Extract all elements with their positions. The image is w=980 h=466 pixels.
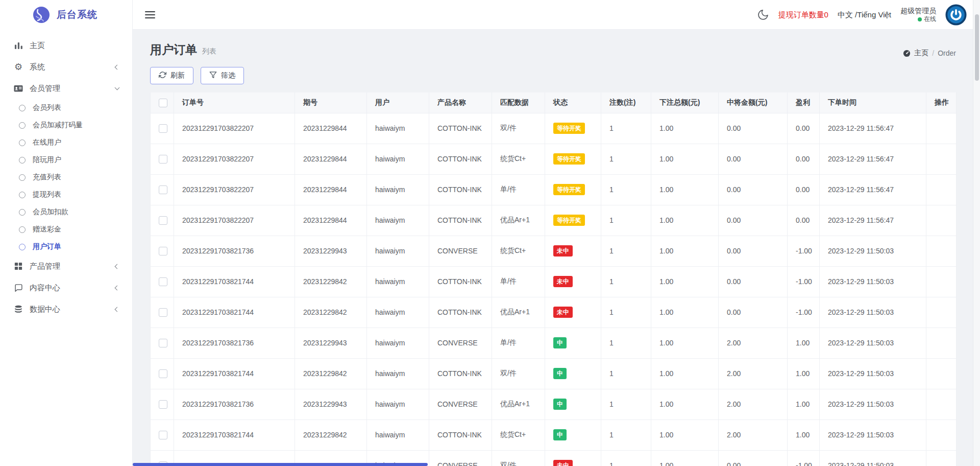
dark-mode-moon-icon[interactable] bbox=[757, 9, 769, 21]
table-cell: 202312291703821744 bbox=[174, 420, 295, 450]
actions-cell bbox=[926, 328, 957, 358]
column-header: 操作 bbox=[926, 92, 957, 113]
table-cell: CONVERSE bbox=[429, 389, 492, 420]
status-badge: 等待开奖 bbox=[553, 184, 585, 195]
page-subtitle: 列表 bbox=[202, 47, 216, 56]
table-cell: 2023-12-29 11:50:03 bbox=[820, 297, 926, 328]
circle-bullet-icon bbox=[19, 122, 26, 129]
row-checkbox[interactable] bbox=[159, 339, 167, 347]
user-info: 超级管理员 在线 bbox=[900, 7, 936, 24]
sidebar-item-用户订单[interactable]: 用户订单 bbox=[0, 238, 132, 255]
table-cell: 2.00 bbox=[719, 328, 788, 358]
actions-cell bbox=[926, 450, 957, 466]
chevron-left-icon bbox=[115, 264, 120, 269]
table-cell: 优品Ar+1 bbox=[492, 205, 545, 236]
status-badge: 等待开奖 bbox=[553, 153, 585, 165]
table-cell: 1 bbox=[601, 389, 651, 420]
circle-bullet-icon bbox=[19, 192, 26, 198]
table-cell: 0.00 bbox=[788, 174, 820, 205]
sidebar-item-会员加扣款[interactable]: 会员加扣款 bbox=[0, 203, 132, 221]
sidebar-item-label: 在线用户 bbox=[33, 138, 61, 147]
vertical-scrollbar-track[interactable] bbox=[973, 0, 980, 466]
row-checkbox[interactable] bbox=[159, 124, 167, 133]
breadcrumb-home[interactable]: 主页 bbox=[914, 49, 928, 58]
sidebar-item-赠送彩金[interactable]: 赠送彩金 bbox=[0, 221, 132, 238]
status-badge: 中 bbox=[553, 399, 567, 410]
table-cell: 2023-12-29 11:56:47 bbox=[820, 144, 926, 174]
table-cell: 1.00 bbox=[651, 144, 719, 174]
table-cell: 202312291703821736 bbox=[174, 236, 295, 266]
row-checkbox[interactable] bbox=[159, 400, 167, 409]
logout-power-button[interactable] bbox=[945, 4, 967, 26]
admin-role-label: 超级管理员 bbox=[900, 7, 936, 16]
sidebar-item-在线用户[interactable]: 在线用户 bbox=[0, 134, 132, 151]
table-cell: 0.00 bbox=[719, 236, 788, 266]
row-checkbox[interactable] bbox=[159, 431, 167, 439]
sidebar-item-系统[interactable]: ⚙系统 bbox=[0, 56, 132, 78]
refresh-button[interactable]: 刷新 bbox=[150, 67, 193, 84]
online-status-dot bbox=[918, 17, 922, 21]
table-cell: 双/件 bbox=[492, 113, 545, 144]
table-cell: 1.00 bbox=[651, 450, 719, 466]
table-cell: 20231229943 bbox=[295, 389, 367, 420]
actions-cell bbox=[926, 389, 957, 420]
vertical-scrollbar-thumb[interactable] bbox=[975, 14, 979, 81]
sidebar-item-充值列表[interactable]: 充值列表 bbox=[0, 169, 132, 186]
row-select-cell bbox=[151, 420, 174, 450]
sidebar-item-数据中心[interactable]: 数据中心 bbox=[0, 298, 132, 320]
row-checkbox[interactable] bbox=[159, 247, 167, 255]
actions-cell bbox=[926, 174, 957, 205]
table-cell: 20231229844 bbox=[295, 113, 367, 144]
menu-toggle-icon[interactable] bbox=[145, 11, 155, 18]
sidebar-item-会员管理[interactable]: 会员管理 bbox=[0, 78, 132, 99]
table-cell: 20231229844 bbox=[295, 174, 367, 205]
sidebar-item-label: 用户订单 bbox=[33, 242, 61, 251]
row-checkbox[interactable] bbox=[159, 277, 167, 286]
sidebar-item-提现列表[interactable]: 提现列表 bbox=[0, 186, 132, 203]
refresh-icon bbox=[159, 71, 166, 80]
table-cell: 20231229943 bbox=[295, 236, 367, 266]
sidebar-item-label: 会员管理 bbox=[30, 84, 60, 94]
table-cell: 202312291703822207 bbox=[174, 174, 295, 205]
filter-button-label: 筛选 bbox=[221, 71, 235, 80]
sidebar-item-label: 充值列表 bbox=[33, 173, 61, 182]
row-select-cell bbox=[151, 205, 174, 236]
language-switcher[interactable]: 中文 /Tiếng Việt bbox=[838, 10, 891, 20]
table-cell: 2.00 bbox=[719, 358, 788, 389]
sidebar-item-陪玩用户[interactable]: 陪玩用户 bbox=[0, 151, 132, 169]
logo-row[interactable]: 后台系统 bbox=[0, 0, 132, 30]
table-cell: 2.00 bbox=[719, 420, 788, 450]
row-checkbox[interactable] bbox=[159, 155, 167, 164]
row-select-cell bbox=[151, 297, 174, 328]
header-select-all-cell bbox=[151, 92, 174, 113]
table-cell: 2023-12-29 11:50:03 bbox=[820, 236, 926, 266]
table-row: 20231229170382174420231229842haiwaiymCOT… bbox=[151, 358, 957, 389]
sidebar-item-会员加减打码量[interactable]: 会员加减打码量 bbox=[0, 116, 132, 134]
sidebar-item-产品管理[interactable]: 产品管理 bbox=[0, 255, 132, 277]
select-all-checkbox[interactable] bbox=[159, 99, 167, 107]
row-checkbox[interactable] bbox=[159, 216, 167, 225]
column-header: 中将金额(元) bbox=[719, 92, 788, 113]
filter-button[interactable]: 筛选 bbox=[201, 67, 244, 84]
table-cell: 2023-12-29 11:56:47 bbox=[820, 174, 926, 205]
withdraw-order-count-link[interactable]: 提现订单数量0 bbox=[778, 10, 828, 20]
sidebar-item-主页[interactable]: 主页 bbox=[0, 35, 132, 56]
table-cell: 202312291703822207 bbox=[174, 144, 295, 174]
row-checkbox[interactable] bbox=[159, 369, 167, 378]
bar-chart-icon bbox=[13, 40, 23, 51]
status-badge: 中 bbox=[553, 368, 567, 379]
horizontal-scrollbar-thumb[interactable] bbox=[133, 463, 428, 466]
actions-cell bbox=[926, 113, 957, 144]
row-checkbox[interactable] bbox=[159, 308, 167, 317]
table-cell: haiwaiym bbox=[367, 358, 429, 389]
row-select-cell bbox=[151, 174, 174, 205]
chevron-left-icon bbox=[115, 64, 120, 69]
status-badge: 未中 bbox=[553, 307, 573, 318]
online-status-label: 在线 bbox=[924, 15, 936, 23]
row-checkbox[interactable] bbox=[159, 185, 167, 194]
sidebar-item-会员列表[interactable]: 会员列表 bbox=[0, 99, 132, 116]
table-cell: 1.00 bbox=[651, 297, 719, 328]
sidebar-item-label: 产品管理 bbox=[30, 262, 60, 271]
sidebar-item-内容中心[interactable]: 内容中心 bbox=[0, 277, 132, 298]
table-cell: 1.00 bbox=[651, 389, 719, 420]
